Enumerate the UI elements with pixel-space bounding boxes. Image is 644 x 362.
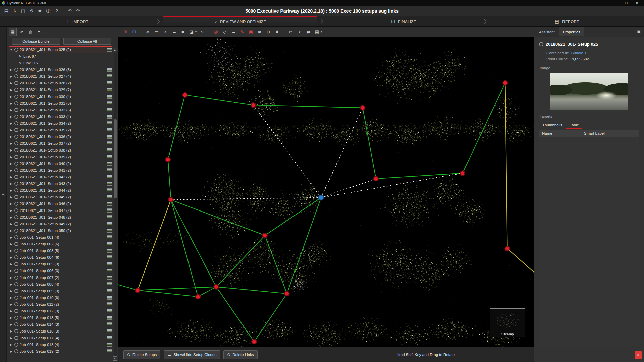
tree-item-setup[interactable]: ▶20180621_J01- Setup 027 (4): [9, 73, 112, 80]
geo-share-icon[interactable]: ◍: [26, 28, 34, 36]
setup-link-green[interactable]: [185, 95, 253, 105]
pano-preview-icon[interactable]: [107, 121, 112, 125]
zoom-region-icon[interactable]: ⌕: [161, 28, 169, 36]
minimize-button[interactable]: –: [610, 0, 621, 6]
setup-link-green[interactable]: [168, 95, 185, 160]
pano-preview-icon[interactable]: [107, 141, 112, 145]
chevron-right-icon[interactable]: ▶: [9, 343, 13, 346]
info-icon[interactable]: ⓘ: [45, 7, 52, 15]
add-location-icon[interactable]: ⊙: [264, 28, 272, 36]
delete-setups-button[interactable]: ⊖Delete Setups: [123, 350, 160, 359]
pano-preview-icon[interactable]: [107, 255, 112, 259]
pano-preview-icon[interactable]: [107, 336, 112, 340]
setup-link-green[interactable]: [265, 198, 321, 236]
caret-down-icon[interactable]: ▾: [320, 28, 323, 36]
tree-item-setup[interactable]: ▶20180621_J01- Setup 040 (2): [9, 160, 112, 167]
pano-preview-icon[interactable]: [107, 195, 112, 199]
maximize-button[interactable]: ▢: [621, 0, 631, 6]
tree-item-setup[interactable]: ▶20180621_J01- Setup 026 (3): [9, 66, 112, 73]
chevron-right-icon[interactable]: ▶: [9, 109, 13, 112]
pano-preview-icon[interactable]: [107, 74, 112, 78]
swap-setups-icon[interactable]: ⇄: [304, 28, 312, 36]
chevron-right-icon[interactable]: ▶: [9, 182, 13, 185]
setup-node[interactable]: [169, 197, 173, 202]
tree-item-setup[interactable]: ▶Job 001- Setup 017 (4): [9, 335, 112, 341]
pano-preview-icon[interactable]: [107, 182, 112, 186]
pano-preview-icon[interactable]: [107, 108, 112, 112]
chevron-right-icon[interactable]: ▶: [9, 269, 13, 273]
add-camera-icon[interactable]: ◙: [256, 28, 264, 36]
chevron-right-icon[interactable]: ▶: [9, 82, 13, 85]
add-target-icon[interactable]: ◎: [212, 28, 220, 36]
pano-preview-icon[interactable]: [107, 128, 112, 132]
map-viewport[interactable]: SiteMap: [118, 37, 534, 347]
cloud-to-cloud-icon[interactable]: ☁: [170, 28, 178, 36]
col-name[interactable]: Name: [539, 130, 581, 137]
tab-thumbnails[interactable]: Thumbnails: [539, 122, 566, 129]
pano-preview-icon[interactable]: [107, 322, 112, 326]
chevron-right-icon[interactable]: ▶: [9, 88, 13, 92]
tree-item-setup[interactable]: ▶20180621_J01- Setup 038 (2): [9, 147, 112, 154]
chevron-right-icon[interactable]: ▶: [9, 316, 13, 319]
pano-preview-icon[interactable]: [107, 222, 112, 226]
tree-item-setup[interactable]: ▶20180621_J01- Setup 037 (2): [9, 140, 112, 147]
workflow-tab-import[interactable]: ⇩IMPORT: [0, 16, 154, 26]
setup-node[interactable]: [284, 291, 289, 296]
setup-link-dashed[interactable]: [171, 198, 321, 200]
tree-item-setup[interactable]: ▶Job 001- Setup 018 (4): [9, 341, 112, 348]
chevron-right-icon[interactable]: ▶: [9, 209, 13, 212]
pano-preview-icon[interactable]: [107, 289, 112, 293]
tree-item-setup[interactable]: ▶Job 001- Setup 008 (4): [9, 281, 112, 288]
setup-link-green[interactable]: [138, 287, 216, 290]
pano-preview-icon[interactable]: [107, 249, 112, 253]
chevron-right-icon[interactable]: ▶: [9, 249, 13, 252]
setup-node[interactable]: [214, 285, 219, 289]
pano-preview-icon[interactable]: [107, 202, 112, 206]
setup-link-dashed[interactable]: [321, 179, 376, 197]
caret-down-icon[interactable]: ▾: [194, 28, 198, 36]
create-link-icon[interactable]: ∞: [144, 28, 152, 36]
selection-region-icon[interactable]: ▭: [153, 28, 161, 36]
setup-link-green[interactable]: [138, 290, 198, 297]
tree-item-setup[interactable]: ▶20180621_J01- Setup 048 (2): [9, 214, 112, 221]
tree-item-setup[interactable]: ▶Job 001- Setup 019 (2): [9, 348, 112, 355]
pano-preview-icon[interactable]: [107, 296, 112, 300]
tab-table[interactable]: Table: [566, 122, 582, 129]
tree-item-setup[interactable]: ▶20180621_J01- Setup 029 (2): [9, 86, 112, 93]
setup-link-yellow[interactable]: [505, 83, 507, 249]
setup-link-green[interactable]: [265, 235, 287, 294]
select-cursor-icon[interactable]: ↖: [198, 28, 206, 36]
setup-link-green[interactable]: [463, 83, 505, 173]
tree-item-setup[interactable]: ▶Job 001- Setup 007 (2): [9, 274, 112, 281]
chevron-right-icon[interactable]: ▶: [9, 149, 13, 152]
fill-region-icon[interactable]: ■: [179, 28, 187, 36]
chevron-right-icon[interactable]: ▶: [9, 135, 13, 138]
setup-node[interactable]: [263, 233, 267, 238]
pano-preview-icon[interactable]: [107, 88, 112, 92]
storage-icon[interactable]: ≣: [36, 7, 44, 15]
setup-node[interactable]: [505, 246, 510, 251]
scroll-top-icon[interactable]: ▴: [113, 48, 117, 52]
tree-item-setup[interactable]: ▶Job 001- Setup 013 (5): [9, 314, 112, 321]
add-tag-icon[interactable]: ◇: [221, 28, 229, 36]
pano-preview-icon[interactable]: [107, 155, 112, 159]
tree-scrollbar-thumb[interactable]: [114, 119, 117, 198]
pano-preview-icon[interactable]: [107, 269, 112, 273]
workflow-tab-finalize[interactable]: ☑FINALIZE: [327, 16, 481, 26]
chevron-right-icon[interactable]: ▶: [9, 337, 13, 340]
chevron-right-icon[interactable]: ▶: [9, 243, 13, 246]
setup-link-green[interactable]: [118, 285, 138, 290]
import-icon[interactable]: ⇩: [11, 7, 18, 15]
redo-icon[interactable]: ↷: [74, 7, 82, 15]
setup-panorama-thumbnail[interactable]: [550, 73, 628, 110]
sitemap-inset[interactable]: SiteMap: [490, 308, 525, 337]
help-icon[interactable]: ?: [53, 7, 60, 15]
tree-item-setup[interactable]: ▶Job 001- Setup 006 (3): [9, 267, 112, 274]
setup-link-dashed[interactable]: [321, 173, 463, 198]
setup-node[interactable]: [252, 339, 257, 344]
pano-preview-icon[interactable]: [107, 168, 112, 172]
pano-preview-icon[interactable]: [107, 235, 112, 239]
chevron-right-icon[interactable]: ▶: [9, 102, 13, 105]
chevron-right-icon[interactable]: ▶: [9, 296, 13, 299]
setup-link-green[interactable]: [254, 294, 287, 342]
